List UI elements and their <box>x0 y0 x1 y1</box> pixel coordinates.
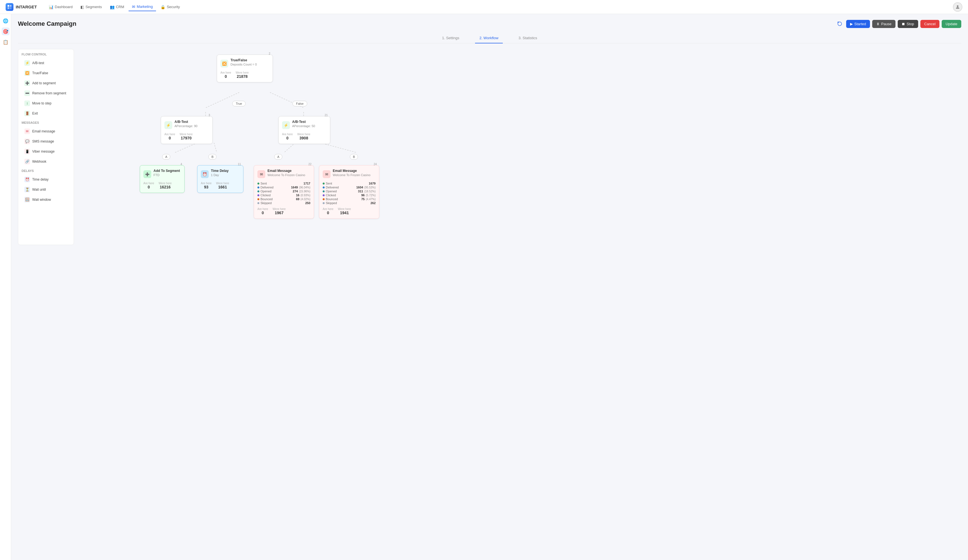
connector-true: True <box>232 101 245 106</box>
node-ab-right[interactable]: 21 ⚡ A/B-Test APercentage: 50 Are here 0 <box>278 116 330 144</box>
svg-rect-2 <box>8 7 9 9</box>
flow-sms[interactable]: 💬 SMS message <box>22 137 70 146</box>
delay-title: Time Delay <box>211 169 229 173</box>
node-tf-subtitle: Deposits Count = 0 <box>230 63 257 66</box>
ab-right-stats: Are here 0 Were here 3908 <box>282 133 327 140</box>
page-header: Welcome Campaign ▶ Started ⏸ Pause ⏹ Sto… <box>18 20 961 28</box>
bounced-dot-left <box>257 198 259 200</box>
dashboard-icon: 📊 <box>49 5 53 9</box>
ab-left-subtitle: APercentage: 90 <box>174 124 197 128</box>
email-left-icon: ✉ <box>257 170 265 178</box>
pause-icon: ⏸ <box>876 22 880 26</box>
nav-crm[interactable]: 👥 CRM <box>106 3 128 11</box>
connector-a-left: A <box>162 154 170 160</box>
true-false-icon: 🔀 <box>24 70 30 76</box>
node-segment[interactable]: 4 ➕ Add To Segment FTD Are here 0 <box>140 165 185 193</box>
refresh-button[interactable] <box>835 20 844 28</box>
nav-security[interactable]: 🔒 Security <box>157 3 183 11</box>
email-right-bottom-stats: Are here 0 Were here 1941 <box>323 207 376 215</box>
flow-viber[interactable]: 📱 Viber message <box>22 147 70 156</box>
stop-button[interactable]: ⏹ Stop <box>898 20 918 28</box>
add-segment-icon: ➕ <box>24 80 30 86</box>
node-email-left[interactable]: 22 ✉ Email Message Welcome To Frozen Cas… <box>254 165 314 219</box>
node-ab-left[interactable]: 3 ⚡ A/B-Test APercentage: 90 Are here 0 <box>161 116 212 144</box>
segment-subtitle: FTD <box>154 173 180 177</box>
flow-ab-test[interactable]: ⚡ A/B-test <box>22 58 70 68</box>
node-email-right[interactable]: 24 ✉ Email Message Welcome To Frozen Cas… <box>319 165 379 219</box>
svg-point-4 <box>957 5 958 7</box>
node-delay[interactable]: 11 ⏰ Time Delay 1 Day Are here 93 <box>197 165 244 193</box>
left-sidebar-target[interactable]: 🎯 <box>2 27 10 35</box>
wait-window-icon: 🪟 <box>24 197 30 202</box>
logo-icon <box>6 3 13 11</box>
tab-settings[interactable]: 1. Settings <box>438 33 464 43</box>
flow-remove-segment[interactable]: ➖ Remove from segment <box>22 88 70 98</box>
flow-email[interactable]: ✉ Email message <box>22 127 70 136</box>
started-button[interactable]: ▶ Started <box>846 20 870 28</box>
segments-icon: ◧ <box>80 5 84 9</box>
sent-dot-left <box>257 182 259 184</box>
segment-node-icon: ➕ <box>143 170 151 178</box>
ab-test-icon: ⚡ <box>24 60 30 66</box>
topnav: INTARGET 📊 Dashboard ◧ Segments 👥 CRM ✉ … <box>0 0 968 14</box>
flow-exit[interactable]: 🚪 Exit <box>22 109 70 118</box>
ab-left-icon: ⚡ <box>164 121 172 129</box>
svg-line-9 <box>175 143 197 152</box>
flow-wait-until[interactable]: ⏳ Wait until <box>22 185 70 194</box>
email-left-bottom-stats: Are here 0 Were here 1967 <box>257 207 310 215</box>
marketing-icon: ✉ <box>132 5 135 9</box>
play-icon: ▶ <box>850 22 853 26</box>
viber-icon: 📱 <box>24 149 30 154</box>
skipped-dot-right <box>323 202 325 204</box>
svg-line-12 <box>320 143 357 152</box>
opened-dot-right <box>323 191 325 192</box>
page-title: Welcome Campaign <box>18 20 76 27</box>
segment-number: 4 <box>181 163 182 166</box>
node-tf-number: 2 <box>269 52 270 55</box>
pause-button[interactable]: ⏸ Pause <box>872 20 895 28</box>
nav-dashboard[interactable]: 📊 Dashboard <box>45 3 76 11</box>
user-avatar[interactable] <box>953 2 962 12</box>
nav-marketing[interactable]: ✉ Marketing <box>129 3 156 11</box>
cancel-button[interactable]: Cancel <box>920 20 940 28</box>
sent-dot-right <box>323 182 325 184</box>
left-sidebar-globe[interactable]: 🌐 <box>2 17 10 25</box>
skipped-dot-left <box>257 202 259 204</box>
email-left-title: Email Message <box>267 169 305 173</box>
main-content: Welcome Campaign ▶ Started ⏸ Pause ⏹ Sto… <box>11 14 968 560</box>
email-right-icon: ✉ <box>323 170 330 178</box>
svg-rect-0 <box>8 5 9 7</box>
flow-true-false[interactable]: 🔀 True/False <box>22 68 70 78</box>
stop-icon: ⏹ <box>902 22 905 26</box>
flow-add-segment[interactable]: ➕ Add to segment <box>22 78 70 88</box>
wait-until-icon: ⏳ <box>24 187 30 192</box>
node-tf-stats: Are here 0 Were here 21878 <box>220 71 269 79</box>
ab-left-stats: Are here 0 Were here 17970 <box>164 133 209 140</box>
node-true-false[interactable]: 2 🔀 True/False Deposits Count = 0 Are he… <box>217 55 273 82</box>
flow-time-delay[interactable]: ⏰ Time delay <box>22 175 70 184</box>
logo[interactable]: INTARGET <box>6 3 37 11</box>
email-left-number: 22 <box>308 163 312 166</box>
email-right-title: Email Message <box>333 169 371 173</box>
bounced-dot-right <box>323 198 325 200</box>
flow-wait-window[interactable]: 🪟 Wait window <box>22 195 70 204</box>
svg-rect-1 <box>10 5 12 7</box>
delay-subtitle: 1 Day <box>211 173 229 177</box>
sms-icon: 💬 <box>24 139 30 144</box>
crm-icon: 👥 <box>110 5 114 9</box>
workflow-container: 2 🔀 True/False Deposits Count = 0 Are he… <box>80 49 961 245</box>
flow-webhook[interactable]: 🔗 Webhook <box>22 157 70 166</box>
svg-line-11 <box>284 143 295 152</box>
nav-segments[interactable]: ◧ Segments <box>77 3 105 11</box>
segment-stats: Are here 0 Were here 16216 <box>143 182 181 189</box>
left-sidebar-list[interactable]: 📋 <box>2 38 10 46</box>
workflow-tabs: 1. Settings 2. Workflow 3. Statistics <box>18 33 961 43</box>
ab-right-icon: ⚡ <box>282 121 290 129</box>
flow-move-step[interactable]: ↕ Move to step <box>22 99 70 108</box>
tab-workflow[interactable]: 2. Workflow <box>475 33 503 43</box>
tab-statistics[interactable]: 3. Statistics <box>514 33 541 43</box>
delay-node-icon: ⏰ <box>201 170 209 178</box>
email-right-stats: Sent 1679 Delivered 1604 (95.53%) Opened <box>323 182 376 205</box>
connector-false: False <box>292 101 307 106</box>
update-button[interactable]: Update <box>941 20 961 28</box>
